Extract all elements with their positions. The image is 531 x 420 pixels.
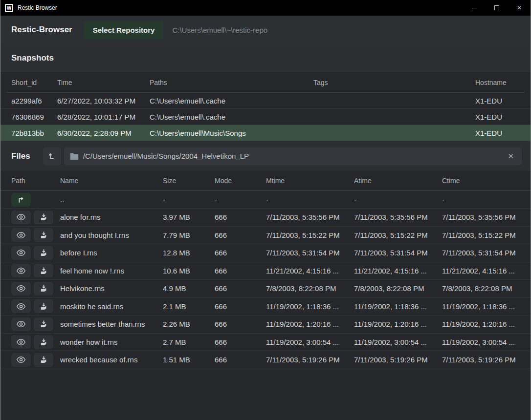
file-atime: 11/19/2002, 1:18:36 ... bbox=[349, 302, 437, 311]
file-row[interactable]: wrecked because of.rns1.51 MB6667/11/200… bbox=[0, 351, 531, 369]
file-actions bbox=[6, 228, 55, 242]
files-path-breadcrumb[interactable]: /C/Users/emuell/Music/Songs/2004_Helveti… bbox=[64, 147, 522, 165]
snapshot-row[interactable]: 72b813bb6/30/2022, 2:28:09 PMC:\Users\em… bbox=[0, 125, 531, 141]
file-name: wrecked because of.rns bbox=[55, 356, 158, 364]
view-file-button[interactable] bbox=[11, 282, 31, 295]
view-file-button[interactable] bbox=[11, 299, 31, 313]
eye-icon bbox=[16, 213, 26, 221]
up-right-arrow-icon bbox=[17, 196, 25, 204]
file-ctime: 7/8/2003, 8:22:08 PM bbox=[437, 284, 525, 293]
file-actions bbox=[6, 282, 55, 295]
file-mode: 666 bbox=[210, 356, 261, 364]
column-header-short-id: Short_id bbox=[6, 79, 52, 86]
titlebar: W Restic Browser ✕ bbox=[0, 0, 531, 16]
file-row[interactable]: feel home now !.rns10.6 MB66611/21/2002,… bbox=[0, 262, 531, 280]
go-to-root-button[interactable] bbox=[43, 147, 61, 165]
download-file-button[interactable] bbox=[34, 317, 53, 331]
file-size: 10.6 MB bbox=[158, 267, 210, 275]
download-file-button[interactable] bbox=[34, 335, 53, 349]
download-file-button[interactable] bbox=[34, 210, 53, 224]
file-atime: 7/11/2003, 5:19:26 PM bbox=[349, 356, 437, 364]
file-actions bbox=[6, 317, 55, 331]
view-file-button[interactable] bbox=[11, 228, 31, 242]
snapshots-section-header: Snapshots bbox=[0, 44, 531, 72]
file-row[interactable]: before I.rns12.8 MB6667/11/2003, 5:31:54… bbox=[0, 244, 531, 262]
maximize-button[interactable] bbox=[486, 0, 508, 16]
view-file-button[interactable] bbox=[11, 210, 31, 224]
file-name: sometimes better than.rns bbox=[55, 320, 158, 328]
files-table: Path Name Size Mode Mtime Atime Ctime ..… bbox=[0, 171, 531, 369]
download-file-button[interactable] bbox=[34, 282, 53, 295]
file-mtime: - bbox=[261, 195, 349, 204]
snapshot-row[interactable]: 763068696/28/2022, 10:01:17 PMC:\Users\e… bbox=[0, 109, 531, 125]
file-size: - bbox=[158, 195, 210, 204]
navigate-up-button[interactable] bbox=[11, 193, 31, 207]
file-row[interactable]: moskito he said.rns2.1 MB66611/19/2002, … bbox=[0, 298, 531, 316]
file-mtime: 7/8/2003, 8:22:08 PM bbox=[261, 284, 349, 293]
file-actions bbox=[6, 335, 55, 349]
file-atime: 7/11/2003, 5:15:22 PM bbox=[349, 231, 437, 239]
snapshot-paths: C:\Users\emuell\Music\Songs bbox=[145, 129, 309, 137]
file-actions bbox=[6, 353, 55, 367]
view-file-button[interactable] bbox=[11, 246, 31, 260]
eye-icon bbox=[16, 249, 26, 256]
download-file-button[interactable] bbox=[34, 299, 53, 313]
file-atime: - bbox=[349, 195, 437, 204]
minimize-button[interactable] bbox=[463, 0, 486, 16]
file-size: 2.7 MB bbox=[158, 338, 210, 346]
column-header-mode: Mode bbox=[210, 177, 261, 185]
eye-icon bbox=[16, 356, 26, 363]
file-atime: 7/8/2003, 8:22:08 PM bbox=[349, 284, 437, 293]
download-file-button[interactable] bbox=[34, 246, 53, 260]
page-title: Restic-Browser bbox=[11, 25, 72, 35]
download-file-button[interactable] bbox=[34, 264, 53, 277]
parent-directory-row[interactable]: .. - - - - - bbox=[0, 191, 531, 209]
file-name: wonder how it.rns bbox=[55, 338, 158, 346]
file-row[interactable]: Helvikone.rns4.9 MB6667/8/2003, 8:22:08 … bbox=[0, 280, 531, 298]
download-file-button[interactable] bbox=[34, 353, 53, 367]
file-actions bbox=[6, 210, 55, 224]
snapshot-hostname: X1-EDU bbox=[470, 97, 525, 105]
snapshot-row[interactable]: a2299af66/27/2022, 10:03:32 PMC:\Users\e… bbox=[0, 93, 531, 109]
file-row[interactable]: alone for.rns3.97 MB6667/11/2003, 5:35:5… bbox=[0, 209, 531, 227]
eye-icon bbox=[16, 338, 26, 346]
file-size: 2.1 MB bbox=[158, 302, 210, 311]
download-icon bbox=[40, 302, 48, 311]
snapshot-short-id: a2299af6 bbox=[6, 97, 52, 105]
download-icon bbox=[40, 249, 48, 257]
file-size: 2.26 MB bbox=[158, 320, 210, 328]
download-icon bbox=[40, 267, 48, 275]
download-icon bbox=[40, 356, 48, 364]
level-up-icon bbox=[47, 152, 56, 161]
file-ctime: 11/19/2002, 3:00:54 ... bbox=[437, 338, 525, 346]
clear-path-button[interactable]: ✕ bbox=[506, 151, 516, 162]
maximize-icon bbox=[494, 5, 499, 10]
download-icon bbox=[40, 338, 48, 346]
view-file-button[interactable] bbox=[11, 335, 31, 349]
download-icon bbox=[40, 231, 48, 239]
download-file-button[interactable] bbox=[34, 228, 53, 242]
app-window: W Restic Browser ✕ Restic-Browser Select… bbox=[0, 0, 531, 420]
current-directory-path: /C/Users/emuell/Music/Songs/2004_Helveti… bbox=[83, 152, 506, 160]
eye-icon bbox=[16, 231, 26, 239]
file-mode: - bbox=[210, 195, 261, 204]
file-size: 1.51 MB bbox=[158, 356, 210, 364]
view-file-button[interactable] bbox=[11, 264, 31, 277]
snapshots-heading: Snapshots bbox=[11, 53, 54, 63]
select-repository-button[interactable]: Select Repository bbox=[84, 21, 164, 39]
file-row[interactable]: sometimes better than.rns2.26 MB66611/19… bbox=[0, 315, 531, 334]
file-actions bbox=[6, 246, 55, 260]
snapshots-table-header: Short_id Time Paths Tags Hostname bbox=[6, 72, 525, 93]
file-mode: 666 bbox=[210, 249, 261, 257]
file-size: 4.9 MB bbox=[158, 284, 210, 293]
column-header-time: Time bbox=[52, 79, 145, 86]
file-mtime: 7/11/2003, 5:19:26 PM bbox=[261, 356, 349, 364]
file-row[interactable]: wonder how it.rns2.7 MB66611/19/2002, 3:… bbox=[0, 334, 531, 352]
titlebar-left: W Restic Browser bbox=[0, 4, 57, 12]
close-button[interactable]: ✕ bbox=[508, 0, 531, 16]
file-mtime: 7/11/2003, 5:31:54 PM bbox=[261, 249, 349, 257]
file-row[interactable]: and you thought I.rns7.79 MB6667/11/2003… bbox=[0, 227, 531, 245]
view-file-button[interactable] bbox=[11, 317, 31, 331]
toolbar: Restic-Browser Select Repository C:\User… bbox=[0, 16, 531, 44]
view-file-button[interactable] bbox=[11, 353, 31, 367]
